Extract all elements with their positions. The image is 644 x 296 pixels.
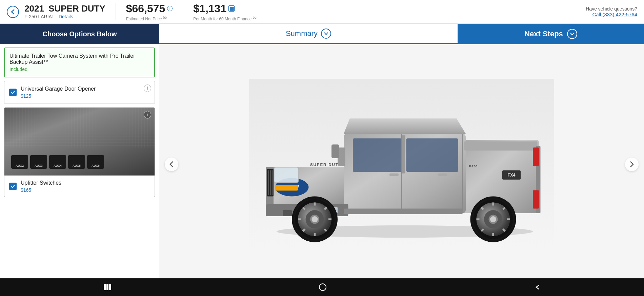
summary-chevron-down-icon[interactable] (321, 29, 331, 39)
header: 2021 SUPER DUTY F-250 LARIAT Details $66… (0, 0, 644, 24)
svg-rect-12 (268, 170, 269, 195)
svg-text:FX4: FX4 (507, 173, 515, 178)
aux-btn-6: AUX6 (87, 155, 104, 169)
net-price: $66,575 i (126, 2, 173, 15)
android-back-button[interactable] (534, 284, 540, 290)
upfitter-title: Upfitter Switches (21, 180, 61, 186)
svg-rect-14 (272, 170, 273, 195)
svg-rect-9 (389, 173, 399, 176)
vehicle-info: 2021 SUPER DUTY F-250 LARIAT Details (24, 4, 105, 20)
net-price-label: Estimated Net Price 55 (126, 16, 173, 21)
android-nav-bar (0, 278, 644, 296)
svg-rect-28 (533, 190, 539, 208)
details-link[interactable]: Details (59, 14, 73, 19)
svg-point-46 (312, 216, 318, 222)
svg-rect-27 (533, 147, 539, 166)
aux-btn-4: AUX4 (49, 155, 66, 169)
upfitter-image: AUX2 AUX3 AUX4 AUX5 AUX6 i (4, 108, 155, 175)
next-image-button[interactable] (625, 158, 639, 171)
svg-text:F·250: F·250 (469, 164, 478, 168)
upfitter-card-bottom: Upfitter Switches $165 (4, 175, 155, 197)
divider-2 (183, 3, 183, 20)
vehicle-title: 2021 SUPER DUTY (24, 4, 105, 14)
garage-door-title: Universal Garage Door Opener (21, 86, 96, 92)
svg-rect-64 (106, 284, 108, 290)
trailer-tow-title: Ultimate Trailer Tow Camera System with … (9, 53, 149, 65)
svg-rect-17 (274, 167, 299, 183)
aux-btn-3: AUX3 (30, 155, 47, 169)
option-card-upfitter: AUX2 AUX3 AUX4 AUX5 AUX6 i Upfitter Swit… (4, 107, 155, 197)
upfitter-info-icon[interactable]: i (144, 111, 151, 118)
net-price-info-icon[interactable]: i (167, 6, 173, 11)
upfitter-checkbox[interactable] (9, 183, 17, 190)
net-price-section: $66,575 i Estimated Net Price 55 (126, 2, 173, 21)
next-steps-tab-label: Next Steps (524, 30, 563, 38)
next-steps-chevron-down-icon[interactable] (567, 29, 577, 39)
svg-point-60 (490, 216, 496, 222)
vehicle-image-container: Ford (159, 44, 644, 284)
option-card-garage-door: i Universal Garage Door Opener $125 (4, 81, 155, 104)
tab-next-steps[interactable]: Next Steps (458, 24, 644, 44)
svg-rect-21 (283, 210, 292, 216)
contact-info: Have vehicle questions? Call (833) 422-5… (586, 6, 637, 17)
contact-question: Have vehicle questions? (586, 6, 637, 12)
monthly-price-section: $1,131 ▦ Per Month for 60 Month Finance … (193, 2, 257, 21)
summary-tab-label: Summary (286, 29, 318, 38)
monthly-price-label: Per Month for 60 Month Finance 56 (193, 16, 257, 21)
garage-door-row: Universal Garage Door Opener $125 (9, 86, 150, 99)
garage-door-info: Universal Garage Door Opener $125 (21, 86, 96, 99)
svg-rect-65 (109, 284, 111, 290)
upfitter-row: Upfitter Switches $165 (9, 180, 150, 193)
calculator-icon[interactable]: ▦ (228, 5, 235, 12)
tab-summary[interactable]: Summary (159, 24, 458, 44)
svg-point-66 (319, 284, 326, 291)
svg-rect-62 (331, 144, 339, 158)
garage-door-price: $125 (21, 93, 96, 99)
upfitter-price: $165 (21, 187, 61, 193)
option-card-trailer-tow: Ultimate Trailer Tow Camera System with … (4, 48, 155, 77)
aux-btn-2: AUX2 (11, 155, 28, 169)
aux-buttons-display: AUX2 AUX3 AUX4 AUX5 AUX6 (11, 155, 104, 169)
tab-bar: Choose Options Below Summary Next Steps (0, 24, 644, 44)
svg-rect-5 (406, 138, 458, 172)
garage-door-info-icon[interactable]: i (144, 85, 151, 92)
svg-rect-63 (104, 284, 106, 290)
vehicle-subtitle: F-250 LARIAT Details (24, 14, 105, 20)
trailer-tow-status: Included (9, 67, 149, 72)
prev-image-button[interactable] (165, 158, 178, 171)
vehicle-image: Ford (249, 79, 554, 250)
aux-btn-5: AUX5 (68, 155, 85, 169)
svg-rect-24 (344, 208, 463, 214)
divider-1 (116, 3, 116, 20)
main-content: Ultimate Trailer Tow Camera System with … (0, 44, 644, 296)
back-button[interactable] (7, 6, 19, 18)
svg-rect-19 (275, 185, 298, 190)
tab-choose-options: Choose Options Below (0, 24, 159, 44)
choose-options-label: Choose Options Below (43, 30, 117, 38)
monthly-price: $1,131 ▦ (193, 2, 257, 15)
android-home-button[interactable] (319, 283, 327, 291)
android-menu-button[interactable] (104, 284, 111, 290)
svg-rect-13 (270, 170, 271, 195)
svg-rect-10 (438, 173, 447, 176)
upfitter-info: Upfitter Switches $165 (21, 180, 61, 193)
options-panel: Ultimate Trailer Tow Camera System with … (0, 44, 159, 296)
svg-rect-25 (464, 141, 538, 150)
garage-door-checkbox[interactable] (9, 89, 17, 96)
vehicle-display-panel: Ford (159, 44, 644, 296)
contact-phone[interactable]: Call (833) 422-5764 (586, 12, 637, 17)
svg-text:SUPER DUTY: SUPER DUTY (310, 162, 342, 166)
svg-rect-4 (353, 138, 402, 172)
